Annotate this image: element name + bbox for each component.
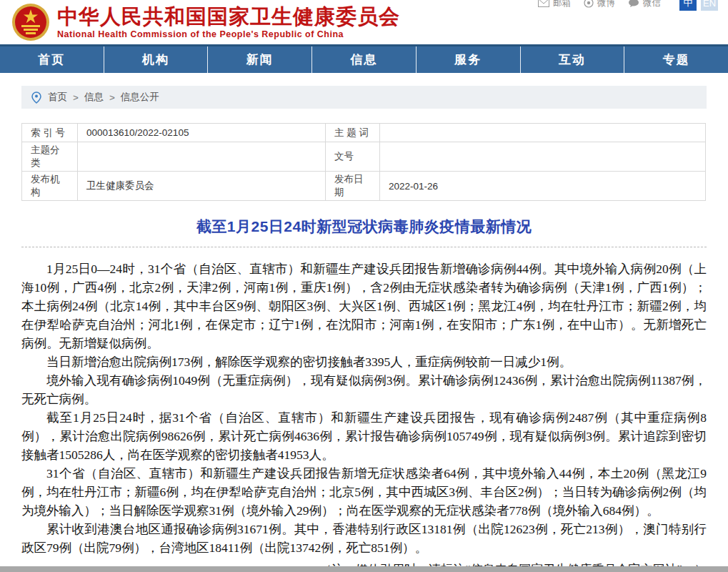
article-title: 截至1月25日24时新型冠状病毒肺炎疫情最新情况 bbox=[0, 217, 728, 237]
nav-item-orgs[interactable]: 机构 bbox=[104, 46, 209, 73]
page: 中华人民共和国国家卫生健康委员会 National Health Commiss… bbox=[0, 0, 728, 572]
site-subtitle: National Health Commission of the People… bbox=[57, 29, 400, 39]
nav-item-topics[interactable]: 专题 bbox=[624, 46, 728, 73]
language-switcher: 中 EN bbox=[679, 0, 718, 11]
meta-value-category bbox=[78, 142, 326, 172]
table-row: 主题分类 文号 bbox=[22, 142, 706, 172]
weibo-label: 微博 bbox=[597, 0, 615, 9]
table-row: 索 引 号 000013610/2022-02105 主 题 词 bbox=[22, 124, 706, 142]
nav-item-news[interactable]: 新闻 bbox=[208, 46, 312, 73]
meta-value-index-no: 000013610/2022-02105 bbox=[78, 124, 326, 142]
weibo-link[interactable]: 微博 bbox=[584, 0, 615, 9]
article-paragraph: 境外输入现有确诊病例1049例（无重症病例），现有疑似病例3例。累计确诊病例12… bbox=[21, 371, 707, 408]
site-brand[interactable]: 中华人民共和国国家卫生健康委员会 National Health Commiss… bbox=[11, 3, 400, 41]
mail-link[interactable]: 邮箱 bbox=[538, 0, 571, 9]
lang-english-button[interactable]: EN bbox=[701, 0, 718, 11]
nav-item-interact[interactable]: 互动 bbox=[521, 46, 625, 73]
brand-text: 中华人民共和国国家卫生健康委员会 National Health Commiss… bbox=[57, 5, 400, 39]
meta-label-subject: 主 题 词 bbox=[326, 124, 380, 142]
nav-item-home[interactable]: 首页 bbox=[0, 46, 104, 73]
meta-value-doc-no bbox=[380, 142, 706, 172]
meta-value-issuer: 卫生健康委员会 bbox=[78, 172, 326, 201]
article-paragraph: 累计收到港澳台地区通报确诊病例31671例。其中，香港特别行政区13181例（出… bbox=[21, 520, 707, 557]
breadcrumb-info[interactable]: 信息 bbox=[84, 91, 104, 104]
national-emblem-logo bbox=[11, 3, 50, 41]
weibo-icon bbox=[584, 0, 594, 8]
article-paragraph: 当日新增治愈出院病例173例，解除医学观察的密切接触者3395人，重症病例较前一… bbox=[21, 352, 707, 371]
footer-bar bbox=[0, 566, 728, 572]
mail-icon bbox=[538, 0, 549, 7]
site-header: 中华人民共和国国家卫生健康委员会 National Health Commiss… bbox=[0, 0, 728, 44]
location-pin-icon bbox=[31, 92, 41, 104]
breadcrumb-separator: > bbox=[109, 92, 115, 103]
title-divider bbox=[21, 247, 707, 247]
breadcrumb-info-disclosure[interactable]: 信息公开 bbox=[121, 91, 159, 104]
article-paragraph: 1月25日0—24时，31个省（自治区、直辖市）和新疆生产建设兵团报告新增确诊病… bbox=[21, 260, 707, 352]
wechat-label: 微信 bbox=[643, 0, 661, 9]
breadcrumb: 首页 > 信息 > 信息公开 bbox=[21, 86, 707, 109]
wechat-link[interactable]: 微信 bbox=[628, 0, 661, 9]
meta-label-issuer: 发布机构 bbox=[22, 172, 78, 201]
meta-value-subject bbox=[380, 124, 706, 142]
document-meta-table: 索 引 号 000013610/2022-02105 主 题 词 主题分类 文号… bbox=[21, 123, 706, 201]
breadcrumb-home[interactable]: 首页 bbox=[48, 91, 67, 104]
article-body: 1月25日0—24时，31个省（自治区、直辖市）和新疆生产建设兵团报告新增确诊病… bbox=[21, 260, 707, 557]
meta-value-pub-date: 2022-01-26 bbox=[380, 172, 706, 201]
meta-label-index-no: 索 引 号 bbox=[22, 124, 78, 142]
mail-label: 邮箱 bbox=[553, 0, 571, 9]
meta-label-doc-no: 文号 bbox=[326, 142, 380, 172]
article-paragraph: 31个省（自治区、直辖市）和新疆生产建设兵团报告新增无症状感染者64例，其中境外… bbox=[21, 464, 707, 520]
site-title: 中华人民共和国国家卫生健康委员会 bbox=[57, 5, 400, 28]
wechat-icon bbox=[628, 0, 639, 8]
table-row: 发布机构 卫生健康委员会 发布日期 2022-01-26 bbox=[22, 172, 706, 201]
meta-label-pub-date: 发布日期 bbox=[326, 172, 380, 201]
lang-chinese-button[interactable]: 中 bbox=[679, 0, 697, 11]
main-nav: 首页 机构 新闻 信息 服务 互动 专题 bbox=[0, 44, 728, 73]
header-quick-links: 邮箱 微博 微信 中 EN bbox=[538, 0, 718, 11]
article-paragraph: 截至1月25日24时，据31个省（自治区、直辖市）和新疆生产建设兵团报告，现有确… bbox=[21, 408, 707, 464]
breadcrumb-separator: > bbox=[73, 92, 79, 103]
meta-label-category: 主题分类 bbox=[22, 142, 78, 172]
breadcrumb-wrapper: 首页 > 信息 > 信息公开 bbox=[0, 73, 728, 109]
nav-item-services[interactable]: 服务 bbox=[417, 46, 521, 73]
nav-item-info[interactable]: 信息 bbox=[312, 46, 417, 73]
